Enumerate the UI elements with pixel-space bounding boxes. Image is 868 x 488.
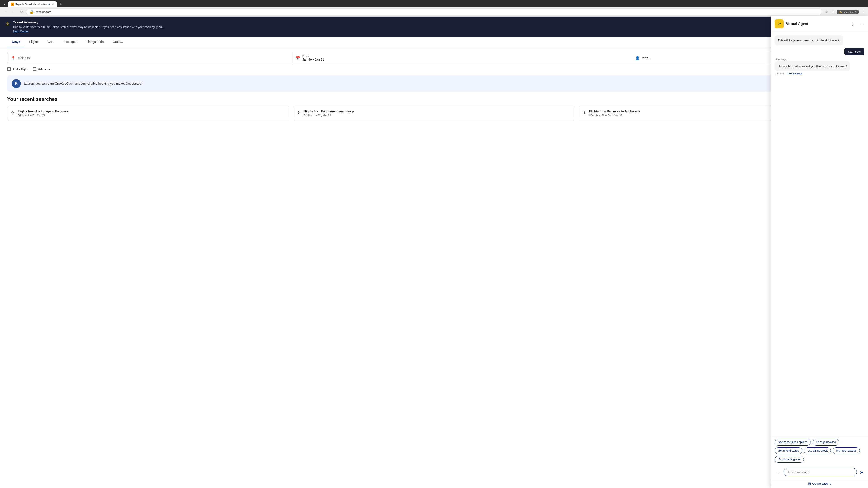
advisory-content: Travel Advisory Due to winter weather in…: [13, 20, 164, 33]
dates-label: Dates: [303, 55, 324, 58]
add-car-label: Add a car: [38, 68, 51, 71]
suggestion-change-booking[interactable]: Change booking: [813, 439, 839, 446]
nav-tab-stays[interactable]: Stays: [7, 37, 25, 47]
search-checkboxes: Add a flight Add a car: [7, 67, 861, 71]
chat-header: ↗ Virtual Agent ⋮ —: [771, 16, 868, 32]
message-time-1: 3:18 PM: [775, 72, 784, 75]
onekey-avatar: K: [12, 79, 21, 88]
chat-message-0: This will help me connect you to the rig…: [775, 35, 864, 45]
recent-searches-section: Your recent searches ✈ Flights from Anch…: [0, 96, 868, 125]
onekey-banner: K Lauren, you can earn OneKeyCash on eve…: [7, 75, 861, 92]
flight-icon-1: ✈: [297, 110, 301, 117]
chat-minimize-icon[interactable]: —: [858, 22, 864, 26]
page-content: ⚠ Travel Advisory Due to winter weather …: [0, 17, 868, 488]
start-over-button[interactable]: Start over: [844, 48, 864, 55]
virtual-agent-logo: ↗: [775, 20, 784, 29]
flight-icon-2: ✈: [583, 110, 586, 117]
recent-title-1: Flights from Baltimore to Anchorage: [303, 109, 354, 113]
message-bubble-1: No problem. What would you like to do ne…: [775, 61, 850, 71]
browser-chrome: ▼ E Expedia Travel: Vacation Ho 🔊 ✕ + ← …: [0, 0, 868, 17]
recent-search-card-0[interactable]: ✈ Flights from Anchorage to Baltimore Fr…: [7, 106, 289, 121]
nav-tab-cars[interactable]: Cars: [43, 37, 59, 47]
recent-search-card-1[interactable]: ✈ Flights from Baltimore to Anchorage Fr…: [293, 106, 575, 121]
main-nav: Stays Flights Cars Packages Things to do…: [0, 37, 868, 47]
menu-button[interactable]: ⋮: [860, 9, 866, 15]
add-flight-label: Add a flight: [13, 68, 27, 71]
nav-tab-packages[interactable]: Packages: [59, 37, 82, 47]
sidebar-toggle-button[interactable]: ⊞: [831, 9, 835, 15]
conversations-icon: ⊞: [808, 482, 811, 486]
suggestion-do-something-else[interactable]: Do something else: [775, 456, 804, 463]
incognito-button[interactable]: 🕵 Incognito (2): [837, 10, 859, 14]
add-car-checkbox[interactable]: Add a car: [33, 67, 51, 71]
advisory-body: Due to winter weather in the United Stat…: [13, 25, 164, 29]
search-row: 📍 Going to 📅 Dates Jan 30 - Jan 31 👤 2 t…: [7, 52, 861, 64]
add-flight-checkbox-box[interactable]: [7, 67, 11, 71]
chat-send-button[interactable]: ➤: [859, 468, 864, 476]
recent-searches-grid: ✈ Flights from Anchorage to Baltimore Fr…: [7, 106, 861, 121]
suggestion-use-airline-credit[interactable]: Use airline credit: [804, 447, 831, 454]
chat-messages: This will help me connect you to the rig…: [771, 32, 868, 436]
chat-suggestions: See cancellation options Change booking …: [771, 436, 868, 465]
recent-subtitle-2: Wed, Mar 20 – Sun, Mar 31: [589, 114, 640, 117]
search-area: 📍 Going to 📅 Dates Jan 30 - Jan 31 👤 2 t…: [0, 47, 868, 75]
recent-info-2: Flights from Baltimore to Anchorage Wed,…: [589, 109, 640, 117]
chat-options-icon[interactable]: ⋮: [849, 22, 856, 27]
conversations-label: Conversations: [812, 482, 831, 485]
tab-bar: ▼ E Expedia Travel: Vacation Ho 🔊 ✕ +: [2, 1, 866, 7]
recent-subtitle-0: Fri, Mar 1 – Fri, Mar 29: [18, 114, 69, 117]
chat-header-icons: ⋮ —: [849, 22, 864, 27]
reload-button[interactable]: ↻: [19, 9, 24, 15]
nav-tab-things-to-do[interactable]: Things to do: [82, 37, 108, 47]
suggestion-see-cancellation[interactable]: See cancellation options: [775, 439, 811, 446]
tab-close-btn[interactable]: ✕: [52, 3, 54, 6]
chat-input-area: + ➤: [771, 465, 868, 479]
virtual-agent-logo-icon: ↗: [777, 21, 781, 27]
give-feedback-link[interactable]: Give feedback: [786, 72, 802, 75]
suggestion-get-refund-status[interactable]: Get refund status: [775, 447, 802, 454]
tab-expedia[interactable]: E Expedia Travel: Vacation Ho 🔊 ✕: [8, 1, 57, 7]
nav-tab-flights[interactable]: Flights: [25, 37, 43, 47]
add-car-checkbox-box[interactable]: [33, 67, 36, 71]
travelers-icon: 👤: [635, 56, 640, 60]
address-bar[interactable]: 🔒: [26, 8, 822, 15]
bookmark-button[interactable]: ☆: [824, 9, 829, 15]
message-text-0: This will help me connect you to the rig…: [778, 39, 840, 42]
onekey-message: Lauren, you can earn OneKeyCash on every…: [24, 82, 142, 86]
recent-info-1: Flights from Baltimore to Anchorage Fri,…: [303, 109, 354, 117]
incognito-icon: 🕵: [839, 10, 842, 13]
start-over-container: Start over: [844, 48, 864, 55]
tab-audio-icon[interactable]: 🔊: [48, 3, 51, 5]
recent-searches-title: Your recent searches: [7, 96, 861, 102]
message-meta-1: 3:18 PM Give feedback: [775, 72, 802, 75]
dates-field[interactable]: 📅 Dates Jan 30 - Jan 31: [292, 52, 632, 64]
message-text-1: No problem. What would you like to do ne…: [778, 65, 847, 68]
advisory-title: Travel Advisory: [13, 20, 164, 24]
expedia-favicon: E: [11, 3, 14, 6]
calendar-icon: 📅: [296, 56, 300, 60]
nav-tab-cruises[interactable]: Cruis...: [108, 37, 127, 47]
chat-header-left: ↗ Virtual Agent: [775, 20, 808, 29]
new-tab-button[interactable]: +: [58, 2, 64, 7]
forward-button[interactable]: →: [10, 9, 17, 15]
travelers-value: 2 tra...: [642, 56, 651, 60]
advisory-help-link[interactable]: Help Center: [13, 30, 29, 33]
going-to-placeholder: Going to: [18, 56, 30, 60]
chat-title: Virtual Agent: [786, 22, 808, 26]
conversations-button[interactable]: ⊞ Conversations: [808, 482, 831, 486]
back-button[interactable]: ←: [2, 9, 8, 15]
dates-value: Jan 30 - Jan 31: [303, 58, 324, 61]
recent-info-0: Flights from Anchorage to Baltimore Fri,…: [18, 109, 69, 117]
recent-title-0: Flights from Anchorage to Baltimore: [18, 109, 69, 113]
tab-expand-btn[interactable]: ▼: [2, 2, 7, 6]
going-to-field[interactable]: 📍 Going to: [7, 52, 292, 64]
tab-title: Expedia Travel: Vacation Ho: [16, 3, 46, 6]
address-input[interactable]: [36, 10, 819, 13]
message-bubble-0: This will help me connect you to the rig…: [775, 35, 843, 45]
advisory-warning-icon: ⚠: [5, 21, 9, 26]
chat-message-input[interactable]: [784, 468, 857, 476]
chat-add-button[interactable]: +: [775, 468, 782, 476]
suggestion-manage-rewards[interactable]: Manage rewards: [833, 447, 860, 454]
add-flight-checkbox[interactable]: Add a flight: [7, 67, 27, 71]
chat-message-1: Virtual Agent No problem. What would you…: [775, 58, 864, 75]
